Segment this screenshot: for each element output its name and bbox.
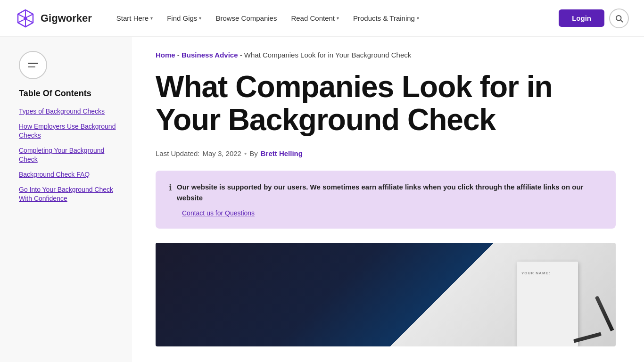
toc-item-4: Background Check FAQ [19, 170, 121, 180]
info-icon: ℹ [169, 182, 172, 193]
hamburger-icon [28, 63, 38, 67]
toc-item-3: Completing Your Background Check [19, 146, 121, 165]
affiliate-header: ℹ Our website is supported by our users.… [169, 182, 603, 203]
affiliate-contact-link[interactable]: Contact us for Questions [182, 209, 255, 217]
breadcrumb-section[interactable]: Business Advice [182, 51, 238, 59]
image-paper [517, 262, 578, 346]
toc-title: Table Of Contents [19, 89, 121, 99]
logo[interactable]: Gigworker [15, 8, 92, 29]
nav-item-read-content[interactable]: Read Content ▾ [285, 10, 345, 26]
search-icon [615, 14, 623, 23]
toc-item-2: How Employers Use Background Checks [19, 122, 121, 140]
toc-link-confidence[interactable]: Go Into Your Background Check With Confi… [19, 186, 113, 203]
by-label: By [249, 149, 258, 157]
affiliate-body-text: Our website is supported by our users. W… [177, 182, 603, 203]
toc-link-completing[interactable]: Completing Your Background Check [19, 147, 104, 164]
image-pen [594, 296, 614, 331]
svg-line-4 [27, 20, 33, 23]
meta-dot: • [244, 149, 247, 157]
logo-text: Gigworker [41, 12, 92, 25]
last-updated-label: Last Updated: [156, 149, 199, 157]
article-meta: Last Updated: May 3, 2022 • By Brett Hel… [156, 149, 616, 157]
site-header: Gigworker Start Here ▾ Find Gigs ▾ Brows… [0, 0, 644, 37]
article-title: What Companies Look for in Your Backgrou… [156, 70, 616, 137]
nav-item-browse-companies[interactable]: Browse Companies [210, 10, 282, 26]
svg-line-7 [18, 14, 24, 17]
svg-line-3 [27, 14, 33, 17]
chevron-down-icon: ▾ [337, 16, 339, 21]
logo-icon [15, 8, 36, 29]
breadcrumb-tail: - What Companies Look for in Your Backgr… [238, 51, 412, 59]
breadcrumb: Home - Business Advice - What Companies … [156, 50, 616, 61]
chevron-down-icon: ▾ [199, 16, 201, 21]
svg-line-9 [620, 20, 622, 22]
toc-link-faq[interactable]: Background Check FAQ [19, 171, 90, 178]
nav-item-find-gigs[interactable]: Find Gigs ▾ [161, 10, 207, 26]
svg-point-1 [24, 16, 27, 20]
toc-link-types[interactable]: Types of Background Checks [19, 107, 105, 115]
sidebar: Table Of Contents Types of Background Ch… [0, 37, 132, 362]
breadcrumb-home[interactable]: Home [156, 51, 175, 59]
main-nav: Start Here ▾ Find Gigs ▾ Browse Companie… [111, 10, 553, 26]
page-wrap: Table Of Contents Types of Background Ch… [0, 37, 644, 362]
toc-toggle-button[interactable] [19, 51, 47, 79]
affiliate-notice: ℹ Our website is supported by our users.… [156, 171, 616, 229]
login-button[interactable]: Login [559, 9, 604, 27]
search-button[interactable] [609, 8, 629, 28]
main-content: Home - Business Advice - What Companies … [132, 37, 644, 362]
toc-list: Types of Background Checks How Employers… [19, 107, 121, 204]
chevron-down-icon: ▾ [150, 16, 153, 21]
toc-item-5: Go Into Your Background Check With Confi… [19, 185, 121, 204]
article-author: Brett Helling [261, 149, 303, 157]
article-date: May 3, 2022 [202, 149, 241, 157]
chevron-down-icon: ▾ [417, 16, 419, 21]
svg-line-6 [18, 20, 24, 23]
nav-item-start-here[interactable]: Start Here ▾ [111, 10, 158, 26]
article-image [156, 243, 616, 346]
toc-item-1: Types of Background Checks [19, 107, 121, 116]
nav-item-products-training[interactable]: Products & Training ▾ [347, 10, 425, 26]
toc-link-employers[interactable]: How Employers Use Background Checks [19, 123, 116, 140]
